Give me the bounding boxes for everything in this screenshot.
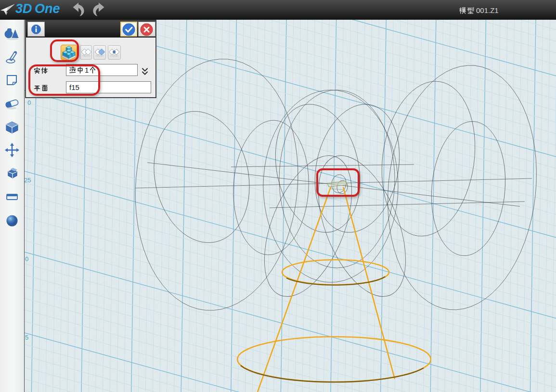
svg-text:0: 0	[25, 255, 28, 263]
svg-text:0: 0	[27, 99, 31, 106]
svg-text:001.Z1: 001.Z1	[476, 6, 499, 14]
svg-text:5: 5	[25, 334, 28, 341]
svg-text:25: 25	[25, 177, 31, 184]
